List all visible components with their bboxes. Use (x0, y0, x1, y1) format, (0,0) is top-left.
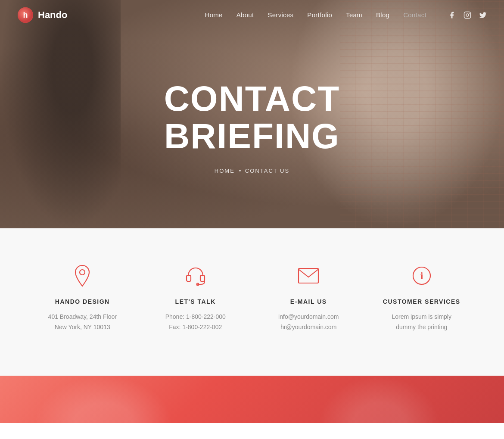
svg-rect-8 (200, 275, 205, 281)
svg-rect-10 (299, 268, 318, 283)
hero-content: CONTACT BRIEFING HOME CONTACT US (0, 13, 504, 228)
nav-item-about[interactable]: About (236, 11, 254, 19)
info-title-phone: LET'S TALK (148, 298, 244, 305)
bottom-section (0, 376, 504, 423)
logo-area[interactable]: h Hando (17, 7, 67, 23)
info-card-customer: i CUSTOMER SERVICES Lorem ipsum is simpl… (365, 263, 479, 333)
navbar: h Hando Home About Services Portfolio Te… (0, 0, 504, 30)
nav-item-blog[interactable]: Blog (376, 11, 389, 19)
hero-title: CONTACT BRIEFING (164, 80, 340, 154)
info-text-location: 401 Broadway, 24th Floor New York, NY 10… (34, 312, 131, 333)
info-circle-icon: i (409, 263, 435, 289)
svg-rect-7 (187, 275, 191, 281)
brand-name: Hando (38, 9, 67, 21)
instagram-icon[interactable] (464, 11, 471, 19)
info-text-phone: Phone: 1-800-222-000 Fax: 1-800-222-002 (148, 312, 244, 333)
svg-point-5 (469, 13, 470, 14)
info-card-phone: LET'S TALK Phone: 1-800-222-000 Fax: 1-8… (139, 263, 252, 333)
breadcrumb-separator (239, 170, 241, 171)
nav-item-services[interactable]: Services (268, 11, 293, 19)
facebook-icon[interactable] (448, 11, 456, 19)
nav-item-team[interactable]: Team (346, 11, 362, 19)
breadcrumb-current: CONTACT US (245, 168, 289, 174)
info-card-email: E-MAIL US info@yourdomain.com hr@yourdom… (252, 263, 365, 333)
nav-item-home[interactable]: Home (205, 11, 223, 19)
social-icons (448, 11, 487, 19)
logo-icon: h (17, 7, 34, 23)
email-icon (296, 263, 321, 289)
headset-icon (183, 263, 208, 289)
info-section: HANDO DESIGN 401 Broadway, 24th Floor Ne… (0, 228, 504, 376)
svg-rect-3 (464, 12, 471, 19)
svg-text:h: h (23, 11, 28, 19)
hero-section: CONTACT BRIEFING HOME CONTACT US (0, 0, 504, 228)
breadcrumb: HOME CONTACT US (215, 168, 289, 174)
info-card-location: HANDO DESIGN 401 Broadway, 24th Floor Ne… (26, 263, 139, 333)
nav-links: Home About Services Portfolio Team Blog … (205, 11, 427, 19)
info-title-customer: CUSTOMER SERVICES (374, 298, 470, 305)
info-title-email: E-MAIL US (261, 298, 357, 305)
info-text-email: info@yourdomain.com hr@yourdomain.com (261, 312, 357, 333)
info-text-customer: Lorem ipsum is simply dummy the printing (374, 312, 470, 333)
svg-point-6 (80, 270, 85, 275)
breadcrumb-home[interactable]: HOME (215, 168, 235, 174)
svg-text:i: i (420, 270, 423, 281)
svg-point-4 (466, 14, 469, 16)
bottom-figures (0, 376, 504, 423)
nav-item-contact[interactable]: Contact (403, 11, 426, 19)
nav-item-portfolio[interactable]: Portfolio (307, 11, 332, 19)
twitter-icon[interactable] (479, 11, 487, 19)
location-pin-icon (69, 263, 95, 289)
info-title-location: HANDO DESIGN (34, 298, 131, 305)
